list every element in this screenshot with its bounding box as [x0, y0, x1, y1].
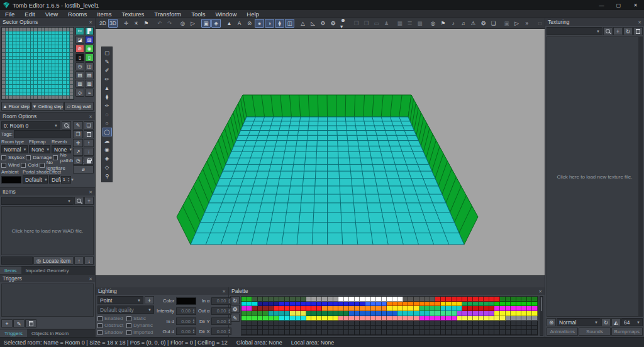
palette-color-cell[interactable]: [274, 311, 279, 316]
palette-color-cell[interactable]: [408, 297, 414, 302]
palette-color-cell[interactable]: [397, 297, 403, 302]
palette-color-cell[interactable]: [290, 297, 296, 302]
sector-tool-death-button[interactable]: ⊘: [75, 45, 84, 53]
add-wad-button[interactable]: +: [84, 197, 94, 205]
palette-color-cell[interactable]: [322, 302, 328, 307]
toolbar-undo-button[interactable]: ↶: [155, 19, 164, 28]
dir-x-spinner[interactable]: 0.00▲▼: [211, 328, 231, 335]
palette-color-cell[interactable]: [371, 311, 377, 316]
palette-color-cell[interactable]: [322, 306, 328, 311]
palette-color-cell[interactable]: [349, 330, 355, 335]
toolbar-paste-button[interactable]: ❒: [362, 19, 371, 28]
palette-color-cell[interactable]: [506, 311, 511, 316]
palette-color-cell[interactable]: [269, 321, 274, 326]
palette-color-cell[interactable]: [479, 326, 484, 331]
palette-color-cell[interactable]: [462, 302, 468, 307]
palette-color-cell[interactable]: [382, 321, 387, 326]
palette-color-cell[interactable]: [468, 306, 474, 311]
palette-color-cell[interactable]: [457, 302, 463, 307]
palette-color-cell[interactable]: [452, 321, 457, 326]
palette-color-cell[interactable]: [425, 306, 430, 311]
palette-color-cell[interactable]: [403, 302, 409, 307]
palette-color-cell[interactable]: [452, 326, 457, 331]
light-flag-shadow[interactable]: Shadow: [97, 329, 126, 335]
toolbar-statue-button[interactable]: ♟: [382, 19, 391, 28]
palette-color-cell[interactable]: [511, 316, 516, 321]
palette-color-cell[interactable]: [306, 321, 312, 326]
palette-color-cell[interactable]: [290, 326, 296, 331]
ceiling-step-button[interactable]: ▼Ceiling step: [31, 102, 64, 111]
palette-color-cell[interactable]: [317, 297, 323, 302]
menu-item-file[interactable]: File: [0, 10, 19, 18]
menu-item-textures[interactable]: Textures: [116, 10, 149, 18]
ambient-color-swatch[interactable]: [1, 176, 21, 184]
dropper-tool-button[interactable]: ⚲: [103, 172, 112, 180]
palette-color-cell[interactable]: [328, 316, 333, 321]
palette-color-cell[interactable]: [397, 311, 403, 316]
palette-color-cell[interactable]: [532, 302, 538, 307]
palette-color-cell[interactable]: [301, 302, 306, 307]
palette-color-cell[interactable]: [371, 330, 377, 335]
palette-color-cell[interactable]: [516, 297, 522, 302]
sector-cell[interactable]: [70, 96, 74, 99]
effect-select[interactable]: Default▼: [49, 175, 60, 184]
room-history-button[interactable]: ◷: [73, 157, 83, 165]
palette-color-cell[interactable]: [355, 316, 360, 321]
palette-color-cell[interactable]: [311, 302, 317, 307]
palette-color-cell[interactable]: [247, 316, 253, 321]
blob-tool-2-button[interactable]: ○: [103, 119, 112, 128]
out-d-spinner[interactable]: 0.00▲▼: [176, 328, 196, 335]
effect-strength-spinner[interactable]: 1▲▼: [61, 176, 71, 184]
palette-color-cell[interactable]: [274, 326, 279, 331]
item-select[interactable]: ▼: [1, 197, 74, 205]
toolbar-texture-tool-a-button[interactable]: ⚙: [318, 19, 328, 28]
flag-pencil-tool-button[interactable]: ✐: [103, 66, 112, 75]
in-alpha-spinner[interactable]: 0.00▲▼: [211, 297, 231, 305]
palette-color-cell[interactable]: [365, 321, 371, 326]
palette-color-cell[interactable]: [430, 330, 436, 335]
palette-color-cell[interactable]: [441, 302, 447, 307]
palette-color-cell[interactable]: [301, 330, 306, 335]
palette-color-cell[interactable]: [419, 302, 425, 307]
palette-color-cell[interactable]: [365, 326, 371, 331]
out-alpha-spinner[interactable]: 0.00▲▼: [211, 307, 231, 315]
palette-color-cell[interactable]: [511, 321, 516, 326]
palette-color-cell[interactable]: [462, 311, 468, 316]
palette-color-cell[interactable]: [274, 321, 279, 326]
palette-color-cell[interactable]: [365, 302, 371, 307]
add-trigger-button[interactable]: +: [1, 319, 13, 328]
palette-color-cell[interactable]: [382, 306, 387, 311]
palette-color-cell[interactable]: [382, 316, 387, 321]
palette-color-cell[interactable]: [311, 330, 317, 335]
palette-color-cell[interactable]: [338, 311, 344, 316]
palette-color-cell[interactable]: [376, 311, 382, 316]
toolbar-grid-walls-button[interactable]: ▦: [395, 19, 404, 28]
palette-color-cell[interactable]: [290, 321, 296, 326]
palette-color-cell[interactable]: [306, 297, 312, 302]
light-type-select[interactable]: Point▼: [97, 296, 143, 304]
palette-color-cell[interactable]: [263, 297, 269, 302]
palette-color-cell[interactable]: [349, 302, 355, 307]
palette-color-cell[interactable]: [387, 306, 392, 311]
palette-color-cell[interactable]: [311, 297, 317, 302]
palette-color-cell[interactable]: [306, 311, 312, 316]
palette-color-cell[interactable]: [494, 297, 500, 302]
palette-color-cell[interactable]: [511, 306, 516, 311]
palette-color-cell[interactable]: [403, 321, 409, 326]
edit-trigger-button[interactable]: ✎: [13, 319, 25, 328]
palette-color-cell[interactable]: [301, 326, 306, 331]
light-flag-dynamic[interactable]: Dynamic: [126, 322, 154, 328]
toolbar-empty-slot-button[interactable]: □: [535, 19, 545, 28]
diamond-tool-button[interactable]: ◇: [103, 163, 112, 172]
palette-color-cell[interactable]: [252, 297, 258, 302]
items-tab-imported-geometry[interactable]: Imported Geometry: [21, 267, 74, 274]
palette-color-cell[interactable]: [403, 311, 409, 316]
palette-color-cell[interactable]: [489, 330, 495, 335]
palette-color-cell[interactable]: [532, 321, 538, 326]
palette-color-cell[interactable]: [274, 297, 279, 302]
texturing-animations-button[interactable]: Animations: [547, 328, 578, 336]
palette-color-cell[interactable]: [322, 326, 328, 331]
palette-color-cell[interactable]: [279, 297, 285, 302]
palette-color-cell[interactable]: [387, 311, 392, 316]
palette-color-cell[interactable]: [506, 316, 511, 321]
